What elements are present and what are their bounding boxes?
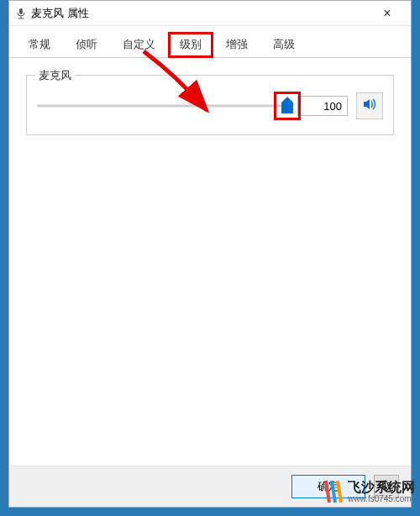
tab-general[interactable]: 常规 (16, 31, 63, 57)
window-title: 麦克风 属性 (31, 6, 370, 21)
tab-bar: 常规 侦听 自定义 级别 增强 高级 (9, 26, 411, 58)
volume-slider[interactable] (37, 97, 287, 114)
tab-custom[interactable]: 自定义 (110, 31, 168, 57)
watermark: 飞沙系统网 www.fs0745.com (323, 479, 415, 504)
mute-button[interactable] (356, 92, 383, 119)
tab-content: 麦克风 100 (9, 58, 411, 466)
tab-advanced[interactable]: 高级 (260, 31, 307, 57)
tab-levels[interactable]: 级别 (168, 32, 213, 58)
slider-track-line (37, 105, 287, 108)
microphone-icon (16, 8, 26, 19)
annotation-highlight-thumb (274, 92, 301, 120)
watermark-url: www.fs0745.com (348, 494, 415, 503)
volume-value[interactable]: 100 (297, 96, 348, 116)
slider-row: 100 (37, 92, 383, 119)
microphone-properties-dialog: 麦克风 属性 × 常规 侦听 自定义 级别 增强 高级 麦克风 100 (8, 0, 412, 508)
watermark-logo-icon (323, 479, 344, 504)
microphone-level-group: 麦克风 100 (26, 75, 394, 135)
titlebar: 麦克风 属性 × (9, 1, 411, 26)
tab-listen[interactable]: 侦听 (63, 31, 110, 57)
group-label: 麦克风 (35, 68, 75, 83)
close-button[interactable]: × (370, 2, 404, 25)
tab-enhance[interactable]: 增强 (213, 31, 260, 57)
speaker-icon (362, 97, 377, 115)
svg-rect-0 (19, 8, 23, 14)
watermark-name: 飞沙系统网 (348, 481, 415, 494)
